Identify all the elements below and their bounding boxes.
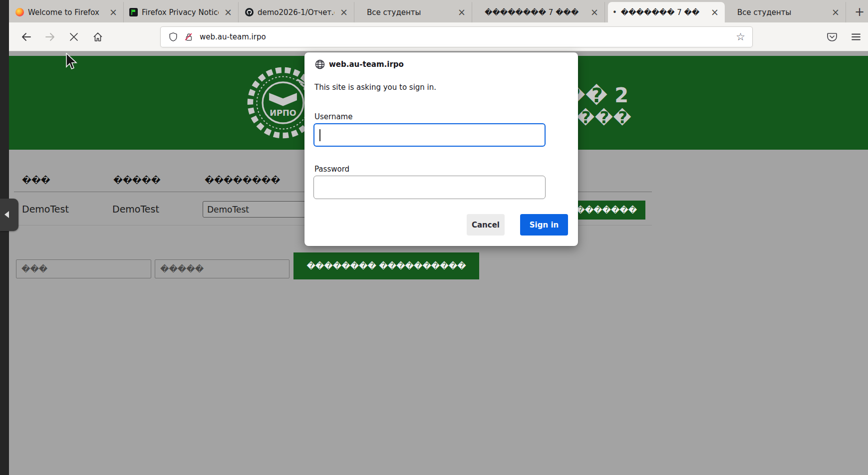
shield-icon[interactable] xyxy=(168,32,178,42)
tab-title: Все студенты xyxy=(367,8,452,17)
password-input[interactable] xyxy=(313,176,546,199)
sign-in-button[interactable]: Sign in xyxy=(520,214,568,236)
name-input[interactable] xyxy=(16,259,151,278)
add-submit-button[interactable]: �������� ���������� xyxy=(293,252,479,279)
new-tab-button[interactable]: + xyxy=(852,4,868,20)
tab-title: ������� 7 �� xyxy=(621,8,705,17)
home-button[interactable] xyxy=(89,28,106,45)
url-text[interactable]: web.au-team.irpo xyxy=(200,32,736,41)
dialog-message: This site is asking you to sign in. xyxy=(314,83,436,92)
github-icon xyxy=(245,8,254,16)
table-cell-name: DemoTest xyxy=(22,204,69,215)
tab-github-report[interactable]: demo2026-1/Отчет.d × xyxy=(241,2,354,22)
tab-welcome-to-firefox[interactable]: Welcome to Firefox × xyxy=(11,2,124,22)
tab-title: �������� 7 ��� xyxy=(485,8,585,17)
privacy-flag-icon xyxy=(129,8,138,16)
insecure-lock-icon[interactable] xyxy=(184,32,194,42)
tab-title: Все студенты xyxy=(737,8,826,17)
tab-all-students-2[interactable]: Все студенты × xyxy=(728,2,846,22)
surname-input[interactable] xyxy=(155,259,289,278)
tab-close-icon[interactable]: × xyxy=(223,7,234,17)
tab-bar: Welcome to Firefox × Firefox Privacy Not… xyxy=(9,0,868,22)
tab-close-icon[interactable]: × xyxy=(830,7,841,17)
tab-mojibake-7[interactable]: �������� 7 ��� × xyxy=(475,2,605,22)
password-label: Password xyxy=(314,165,349,174)
tab-close-icon[interactable]: × xyxy=(709,7,720,17)
dialog-host: web.au-team.irpo xyxy=(329,60,404,69)
screen: Welcome to Firefox × Firefox Privacy Not… xyxy=(0,0,868,475)
back-button[interactable] xyxy=(18,28,35,45)
tab-close-icon[interactable]: × xyxy=(456,7,467,17)
menu-hamburger-icon[interactable] xyxy=(848,28,865,45)
group-select-value: DemoTest xyxy=(207,205,249,215)
username-label: Username xyxy=(314,112,352,121)
table-header-col1: ��� xyxy=(22,175,50,185)
pocket-icon[interactable] xyxy=(824,28,841,45)
tab-title: Welcome to Firefox xyxy=(28,8,104,17)
url-bar[interactable]: web.au-team.irpo ☆ xyxy=(161,27,752,47)
stop-button[interactable] xyxy=(65,28,82,45)
dialog-header: web.au-team.irpo xyxy=(314,59,404,70)
sidebar-collapse-handle[interactable] xyxy=(0,199,18,231)
cancel-button[interactable]: Cancel xyxy=(467,214,505,236)
text-caret xyxy=(319,129,320,141)
bookmark-star-icon[interactable]: ☆ xyxy=(736,31,745,43)
forward-button[interactable] xyxy=(41,28,58,45)
firefox-icon xyxy=(15,8,24,16)
collapse-left-arrow-icon xyxy=(4,211,9,218)
tab-title: demo2026-1/Отчет.d xyxy=(258,8,334,17)
tab-all-students-1[interactable]: Все студенты × xyxy=(357,2,472,22)
table-header-col3: �������� xyxy=(205,175,280,185)
tab-close-icon[interactable]: × xyxy=(338,7,349,17)
table-cell-surname: DemoTest xyxy=(112,204,159,215)
tab-close-icon[interactable]: × xyxy=(108,7,119,17)
navigation-toolbar: web.au-team.irpo ☆ xyxy=(9,22,868,51)
svg-text:ИРПО: ИРПО xyxy=(270,108,296,118)
tab-privacy-notice[interactable]: Firefox Privacy Notice × xyxy=(125,2,239,22)
tab-mojibake-7-active[interactable]: • ������� 7 �� × xyxy=(608,2,725,22)
globe-icon xyxy=(314,59,325,70)
table-header-col2: ����� xyxy=(113,175,161,185)
tab-title: Firefox Privacy Notice xyxy=(142,8,219,17)
tab-modified-dot: • xyxy=(612,8,617,17)
group-select[interactable]: DemoTest xyxy=(203,201,321,218)
username-input[interactable] xyxy=(313,123,546,147)
screen-edge-strip xyxy=(0,0,9,475)
auth-dialog: web.au-team.irpo This site is asking you… xyxy=(304,52,578,246)
tab-close-icon[interactable]: × xyxy=(589,7,600,17)
